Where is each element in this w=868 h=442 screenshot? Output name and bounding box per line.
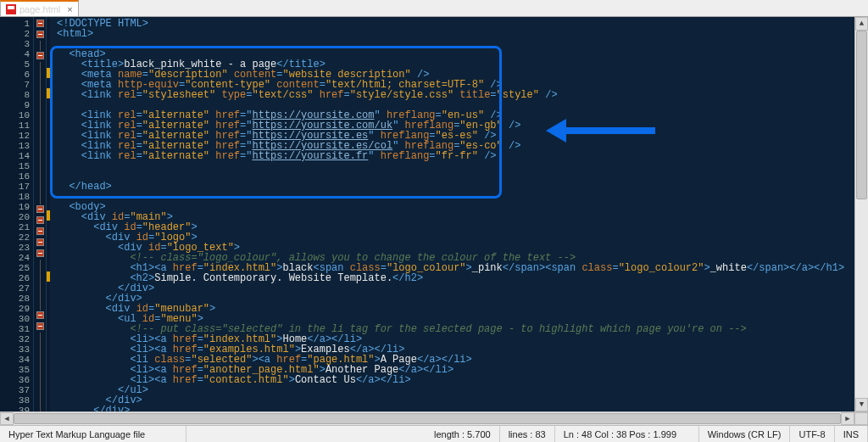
line-number: 3 xyxy=(0,39,30,49)
code-line[interactable]: </head> xyxy=(57,182,848,192)
line-number: 36 xyxy=(0,375,30,385)
line-number: 29 xyxy=(0,304,30,314)
fold-marker xyxy=(34,394,46,404)
fold-gutter[interactable] xyxy=(34,17,47,411)
fold-marker xyxy=(34,123,46,133)
line-number: 9 xyxy=(0,100,30,110)
fold-marker[interactable] xyxy=(34,322,46,333)
fold-marker xyxy=(34,103,46,113)
fold-marker xyxy=(34,363,46,373)
fold-marker xyxy=(34,133,46,143)
code-line[interactable] xyxy=(57,171,848,182)
code-line[interactable] xyxy=(57,192,848,202)
line-number: 4 xyxy=(0,49,30,59)
fold-marker xyxy=(34,92,46,103)
line-number: 14 xyxy=(0,151,30,161)
line-number: 17 xyxy=(0,182,30,192)
line-number: 32 xyxy=(0,334,30,344)
line-number: 8 xyxy=(0,90,30,100)
code-line[interactable] xyxy=(57,39,848,49)
status-lines: lines : 83 xyxy=(500,426,555,442)
line-number: 20 xyxy=(0,212,30,222)
status-insert-mode[interactable]: INS xyxy=(835,426,868,442)
code-line[interactable]: <link rel="alternate" href="https://your… xyxy=(57,151,848,161)
hscroll-track[interactable] xyxy=(14,412,841,425)
line-number: 31 xyxy=(0,324,30,334)
fold-marker[interactable] xyxy=(34,205,46,215)
fold-marker[interactable] xyxy=(34,238,46,249)
fold-marker[interactable] xyxy=(34,20,46,30)
code-line[interactable]: <li><a href="contact.html">Contact Us</a… xyxy=(57,375,848,385)
fold-marker xyxy=(34,72,46,82)
line-number: 1 xyxy=(0,19,30,29)
fold-marker[interactable] xyxy=(34,52,46,62)
code-line[interactable]: <body> xyxy=(57,202,848,212)
fold-marker xyxy=(34,280,46,290)
line-number: 22 xyxy=(0,232,30,243)
line-number: 10 xyxy=(0,110,30,120)
fold-marker xyxy=(34,41,46,51)
tab-bar: page.html × xyxy=(0,0,868,17)
horizontal-scrollbar[interactable]: ◀ ▶ xyxy=(0,411,868,425)
line-number-gutter: 1234567891011121314151617181920212223242… xyxy=(0,17,34,411)
fold-marker xyxy=(34,143,46,154)
fold-marker xyxy=(34,343,46,353)
fold-marker[interactable] xyxy=(34,31,46,41)
status-encoding[interactable]: UTF-8 xyxy=(790,426,834,442)
line-number: 35 xyxy=(0,365,30,375)
fold-marker xyxy=(34,113,46,123)
resize-grip-icon xyxy=(854,412,868,425)
code-line[interactable] xyxy=(57,161,848,171)
code-line[interactable]: <html> xyxy=(57,29,848,39)
line-number: 19 xyxy=(0,202,30,212)
line-number: 37 xyxy=(0,385,30,395)
line-number: 38 xyxy=(0,395,30,406)
code-line[interactable]: </ul> xyxy=(57,385,848,395)
line-number: 24 xyxy=(0,253,30,263)
code-line[interactable]: </div> xyxy=(57,283,848,294)
editor[interactable]: 1234567891011121314151617181920212223242… xyxy=(0,17,868,411)
line-number: 12 xyxy=(0,131,30,141)
fold-marker[interactable] xyxy=(34,216,46,227)
status-length: length : 5.700 xyxy=(426,426,500,442)
fold-marker xyxy=(34,383,46,394)
scroll-down-icon[interactable]: ▼ xyxy=(855,398,868,411)
fold-marker xyxy=(34,82,46,92)
fold-marker xyxy=(34,62,46,72)
fold-marker xyxy=(34,174,46,184)
code-line[interactable]: </div> xyxy=(57,395,848,406)
line-number: 27 xyxy=(0,283,30,294)
code-line[interactable]: <link rel="stylesheet" type="text/css" h… xyxy=(57,90,848,100)
hscroll-thumb[interactable] xyxy=(14,413,841,424)
fold-marker[interactable] xyxy=(34,311,46,322)
scroll-up-icon[interactable]: ▲ xyxy=(855,17,868,31)
scroll-left-icon[interactable]: ◀ xyxy=(0,412,14,425)
code-line[interactable]: <!DOCTYPE HTML> xyxy=(57,19,848,29)
close-icon[interactable]: × xyxy=(67,4,72,14)
fold-marker xyxy=(34,333,46,343)
code-area[interactable]: <!DOCTYPE HTML><html> <head> <title>blac… xyxy=(50,17,854,411)
fold-marker xyxy=(34,373,46,383)
file-modified-icon xyxy=(6,4,16,14)
line-number: 5 xyxy=(0,59,30,70)
tab-page-html[interactable]: page.html × xyxy=(0,0,79,16)
fold-marker[interactable] xyxy=(34,227,46,238)
fold-marker xyxy=(34,154,46,164)
status-position: Ln : 48 Col : 38 Pos : 1.999 xyxy=(555,426,699,442)
code-line[interactable]: <h2>Simple. Contemporary. Website Templa… xyxy=(57,273,848,283)
scroll-right-icon[interactable]: ▶ xyxy=(841,412,854,425)
code-line[interactable]: </div> xyxy=(57,406,848,411)
scroll-track[interactable] xyxy=(855,31,868,398)
fold-marker xyxy=(34,404,46,411)
fold-marker xyxy=(34,353,46,363)
fold-marker[interactable] xyxy=(34,249,46,260)
scroll-thumb[interactable] xyxy=(856,31,867,199)
line-number: 28 xyxy=(0,294,30,304)
vertical-scrollbar[interactable]: ▲ ▼ xyxy=(854,17,868,411)
line-number: 39 xyxy=(0,406,30,411)
status-eol[interactable]: Windows (CR LF) xyxy=(699,426,791,442)
line-number: 11 xyxy=(0,120,30,131)
line-number: 21 xyxy=(0,222,30,232)
line-number: 30 xyxy=(0,314,30,324)
line-number: 16 xyxy=(0,171,30,182)
